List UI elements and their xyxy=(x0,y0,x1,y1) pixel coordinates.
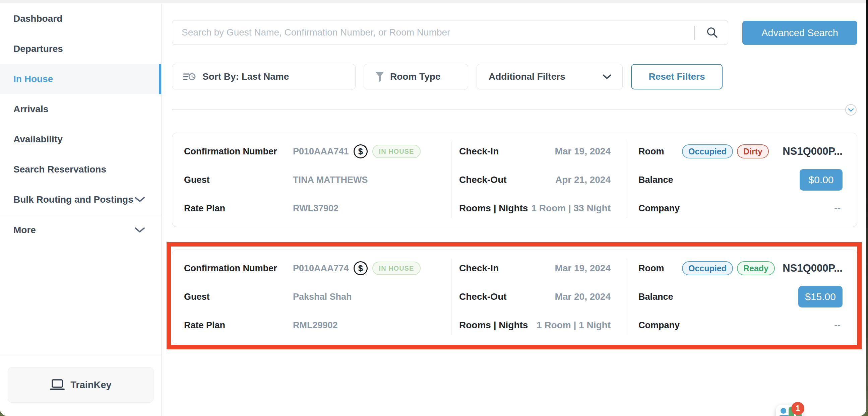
sidebar-item-label: Bulk Routing and Postings xyxy=(13,194,133,205)
rooms-nights-label: Rooms | Nights xyxy=(459,320,528,330)
rate-plan-value: RWL37902 xyxy=(293,203,339,214)
confirmation-number-value: P010AAA741 xyxy=(293,147,349,157)
sidebar-item-dashboard[interactable]: Dashboard xyxy=(0,4,161,34)
room-number-value: NS1Q000P... xyxy=(782,262,842,274)
main-content: Advanced Search Sort By: Last Name Room … xyxy=(162,4,866,416)
sidebar-item-label: Departures xyxy=(13,43,63,54)
sort-icon xyxy=(183,71,196,83)
room-occupancy-badge: Occupied xyxy=(682,261,733,275)
room-label: Room xyxy=(639,147,682,157)
in-house-badge: IN HOUSE xyxy=(372,145,421,158)
guest-label: Guest xyxy=(184,175,293,185)
guest-value: TINA MATTHEWS xyxy=(293,175,368,185)
sidebar-item-bulk-routing-and-postings[interactable]: Bulk Routing and Postings xyxy=(0,185,161,215)
dollar-circle-icon[interactable]: $ xyxy=(353,145,368,158)
check-in-value: Mar 19, 2024 xyxy=(555,263,611,274)
balance-chip[interactable]: $0.00 xyxy=(800,169,842,191)
room-label: Room xyxy=(639,263,682,274)
sidebar-item-in-house[interactable]: In House xyxy=(0,64,161,94)
company-label: Company xyxy=(639,203,682,214)
company-value: -- xyxy=(834,320,842,330)
filter-funnel-icon xyxy=(375,71,385,83)
card-stay-section: Check-In Mar 19, 2024 Check-Out Mar 20, … xyxy=(451,250,627,344)
sidebar-item-label: Search Reservations xyxy=(13,164,106,175)
company-value: -- xyxy=(834,203,842,214)
sidebar-item-label: More xyxy=(13,225,36,235)
rooms-nights-label: Rooms | Nights xyxy=(459,203,528,214)
check-out-label: Check-Out xyxy=(459,174,507,185)
room-occupancy-badge: Occupied xyxy=(682,145,733,158)
chevron-down-icon xyxy=(134,227,145,233)
rate-plan-label: Rate Plan xyxy=(184,203,293,214)
chevron-down-icon xyxy=(602,74,612,79)
card-room-section: Room Occupied Ready NS1Q000P... Balance … xyxy=(627,250,858,344)
collapse-rule xyxy=(172,109,857,110)
card-guest-section: Confirmation Number P010AAA774 $ IN HOUS… xyxy=(172,250,451,344)
confirmation-number-label: Confirmation Number xyxy=(184,147,293,157)
chevron-down-icon xyxy=(134,197,145,203)
sidebar-item-availability[interactable]: Availability xyxy=(0,124,161,154)
search-divider xyxy=(694,26,695,40)
rooms-nights-value: 1 Room | 33 Night xyxy=(531,203,611,214)
check-in-label: Check-In xyxy=(459,146,499,157)
app-window: Dashboard Departures In House Arrivals A… xyxy=(0,0,866,416)
dollar-circle-icon[interactable]: $ xyxy=(353,261,368,275)
rate-plan-label: Rate Plan xyxy=(184,320,293,330)
search-input[interactable] xyxy=(172,21,728,44)
in-house-badge: IN HOUSE xyxy=(372,262,421,275)
chat-app-logo-shape xyxy=(780,408,786,414)
sidebar-item-more[interactable]: More xyxy=(0,215,161,245)
balance-label: Balance xyxy=(639,175,682,185)
reservation-card-highlighted[interactable]: Confirmation Number P010AAA774 $ IN HOUS… xyxy=(172,250,857,344)
confirmation-number-value: P010AAA774 xyxy=(293,263,349,274)
reservation-card[interactable]: Confirmation Number P010AAA741 $ IN HOUS… xyxy=(172,133,857,227)
sidebar-item-search-reservations[interactable]: Search Reservations xyxy=(0,154,161,185)
divider-line xyxy=(172,109,846,110)
room-type-button[interactable]: Room Type xyxy=(364,64,468,89)
company-label: Company xyxy=(639,320,682,330)
additional-filters-label: Additional Filters xyxy=(489,71,565,82)
check-out-label: Check-Out xyxy=(459,291,507,302)
balance-chip[interactable]: $15.00 xyxy=(798,286,842,308)
sidebar-item-label: In House xyxy=(13,74,53,85)
check-out-value: Mar 20, 2024 xyxy=(555,291,611,302)
guest-label: Guest xyxy=(184,292,293,302)
card-stay-section: Check-In Mar 19, 2024 Check-Out Apr 21, … xyxy=(451,133,627,227)
room-housekeeping-badge: Ready xyxy=(737,261,775,275)
balance-label: Balance xyxy=(639,292,682,302)
rate-plan-value: RML29902 xyxy=(293,320,338,330)
sidebar-item-label: Availability xyxy=(13,134,63,145)
laptop-icon xyxy=(50,379,65,391)
check-in-value: Mar 19, 2024 xyxy=(555,146,611,157)
additional-filters-button[interactable]: Additional Filters xyxy=(476,64,623,89)
check-out-value: Apr 21, 2024 xyxy=(555,174,611,185)
room-housekeeping-badge: Dirty xyxy=(737,145,769,158)
collapse-chevron-button[interactable] xyxy=(845,104,857,116)
notification-badge: 1 xyxy=(791,402,804,415)
room-type-label: Room Type xyxy=(390,71,440,82)
sidebar-item-departures[interactable]: Departures xyxy=(0,34,161,64)
sidebar-item-label: Arrivals xyxy=(13,104,48,115)
card-room-section: Room Occupied Dirty NS1Q000P... Balance … xyxy=(627,133,858,227)
sidebar: Dashboard Departures In House Arrivals A… xyxy=(0,4,161,416)
guest-value: Pakshal Shah xyxy=(293,292,352,302)
sort-by-button[interactable]: Sort By: Last Name xyxy=(172,64,355,89)
search-box xyxy=(172,20,728,45)
rooms-nights-value: 1 Room | 1 Night xyxy=(536,320,611,330)
trainkey-label: TrainKey xyxy=(70,380,112,390)
advanced-search-button[interactable]: Advanced Search xyxy=(742,21,857,45)
search-icon[interactable] xyxy=(706,27,718,39)
room-number-value: NS1Q000P... xyxy=(782,146,842,157)
reset-filters-button[interactable]: Reset Filters xyxy=(631,64,722,89)
sidebar-item-arrivals[interactable]: Arrivals xyxy=(0,94,161,124)
top-strip xyxy=(0,0,866,3)
sort-by-label: Sort By: Last Name xyxy=(203,71,289,82)
trainkey-button[interactable]: TrainKey xyxy=(8,367,154,403)
confirmation-number-label: Confirmation Number xyxy=(184,263,293,274)
card-guest-section: Confirmation Number P010AAA741 $ IN HOUS… xyxy=(172,133,451,227)
check-in-label: Check-In xyxy=(459,263,499,274)
sidebar-item-label: Dashboard xyxy=(13,13,62,24)
sidebar-footer: TrainKey xyxy=(0,354,161,416)
